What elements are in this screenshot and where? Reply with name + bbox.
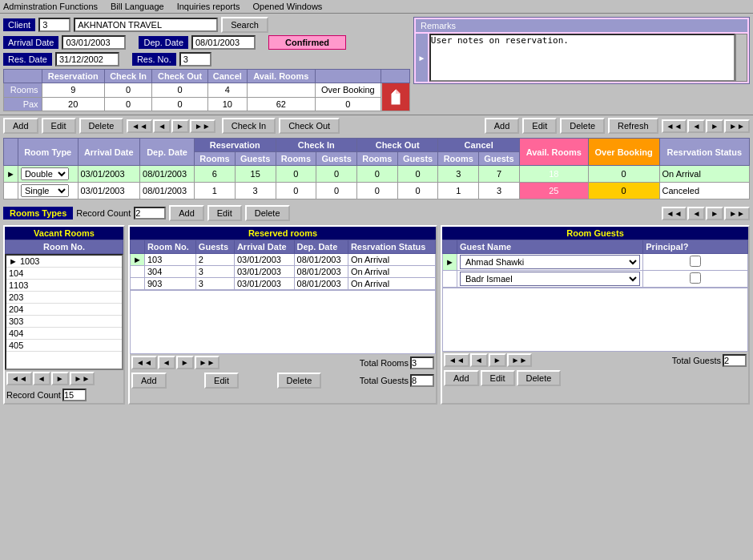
nav-first-res[interactable]: ◄◄ bbox=[131, 356, 157, 369]
edit-guest[interactable]: Edit bbox=[481, 370, 515, 386]
vacant-record-count[interactable] bbox=[62, 389, 87, 401]
vacant-record-row: Record Count bbox=[5, 387, 123, 403]
total-guests-guests-val[interactable] bbox=[723, 354, 747, 367]
nav-prev-rt[interactable]: ◄ bbox=[687, 207, 705, 220]
nav-next-vacant[interactable]: ► bbox=[51, 372, 69, 385]
dep-date-input[interactable] bbox=[191, 35, 256, 50]
nav-last-guests[interactable]: ►► bbox=[507, 353, 533, 367]
delete-reserved[interactable]: Delete bbox=[277, 373, 322, 389]
guest-name-select-1[interactable]: Ahmad Shawki bbox=[460, 255, 640, 269]
room-type-select[interactable]: Double bbox=[21, 167, 69, 180]
nav-last-res[interactable]: ►► bbox=[195, 356, 220, 369]
nav-last-main[interactable]: ►► bbox=[190, 119, 215, 133]
list-item[interactable]: 203 bbox=[6, 292, 122, 304]
checkin-button[interactable]: Check In bbox=[222, 118, 276, 134]
cell-res-guests: 15 bbox=[235, 166, 276, 183]
delete-button-right[interactable]: Delete bbox=[560, 118, 605, 134]
remarks-textarea[interactable]: User notes on reservation. bbox=[429, 34, 735, 82]
left-panel: Client Search Arrival Date Dep. Date Con… bbox=[3, 17, 410, 111]
delete-rooms-types[interactable]: Delete bbox=[245, 205, 290, 221]
print-icon-area[interactable] bbox=[382, 83, 409, 111]
delete-button-main[interactable]: Delete bbox=[79, 118, 124, 134]
list-item[interactable]: 405 bbox=[6, 340, 122, 352]
checkout-button[interactable]: Check Out bbox=[279, 118, 340, 134]
table-row[interactable]: ► 103 2 03/01/2003 08/01/2003 On Arrival bbox=[131, 254, 436, 266]
nav-first-guests[interactable]: ◄◄ bbox=[444, 353, 469, 367]
total-guests-val[interactable] bbox=[410, 374, 434, 387]
principal-check-1[interactable] bbox=[690, 256, 701, 267]
nav-prev-vacant[interactable]: ◄ bbox=[33, 372, 50, 385]
edit-button-main[interactable]: Edit bbox=[42, 118, 76, 134]
refresh-button[interactable]: Refresh bbox=[608, 118, 658, 134]
remarks-scrollbar[interactable] bbox=[735, 34, 747, 82]
reserved-col-dep: Dep. Date bbox=[294, 240, 348, 254]
cell-status: On Arrival bbox=[348, 266, 435, 278]
nav-first-rt[interactable]: ◄◄ bbox=[662, 207, 687, 220]
menu-admin[interactable]: Adminstration Functions bbox=[3, 2, 98, 11]
col-can-guests: Guests bbox=[479, 152, 520, 166]
total-rooms-val[interactable] bbox=[410, 357, 434, 369]
summary-header-res: Reservation bbox=[42, 70, 104, 83]
edit-button-right[interactable]: Edit bbox=[522, 118, 557, 134]
nav-next-main[interactable]: ► bbox=[171, 119, 189, 133]
nav-last-rt[interactable]: ►► bbox=[724, 207, 750, 220]
delete-guest[interactable]: Delete bbox=[517, 370, 562, 386]
nav-first-vacant[interactable]: ◄◄ bbox=[6, 372, 32, 385]
add-guest[interactable]: Add bbox=[444, 370, 479, 386]
nav-next-guests[interactable]: ► bbox=[489, 353, 506, 367]
menu-windows[interactable]: Opened Windows bbox=[253, 2, 323, 11]
col-res-rooms: Rooms bbox=[195, 152, 236, 166]
res-no-input[interactable] bbox=[179, 52, 211, 66]
room-type-select-2[interactable]: Single bbox=[21, 184, 69, 197]
list-item[interactable]: 104 bbox=[6, 268, 122, 280]
edit-rooms-types[interactable]: Edit bbox=[207, 205, 242, 221]
client-id-input[interactable] bbox=[38, 18, 70, 32]
list-item[interactable]: 204 bbox=[6, 304, 122, 316]
table-row[interactable]: ► Double 03/01/2003 08/01/2003 6 15 0 0 … bbox=[4, 166, 750, 183]
cell-can-guests: 7 bbox=[479, 166, 520, 183]
arrival-date-input[interactable] bbox=[62, 35, 126, 50]
nav-prev-guests[interactable]: ◄ bbox=[470, 353, 488, 367]
nav-next-rt[interactable]: ► bbox=[706, 207, 723, 220]
list-item[interactable]: ► 1003 bbox=[6, 256, 122, 268]
table-row[interactable]: 304 3 03/01/2003 08/01/2003 On Arrival bbox=[131, 266, 436, 278]
list-item[interactable]: 404 bbox=[6, 328, 122, 340]
table-row[interactable]: Badr Ismael bbox=[443, 271, 748, 288]
nav-first-right[interactable]: ◄◄ bbox=[662, 119, 687, 133]
list-item[interactable]: 303 bbox=[6, 316, 122, 328]
cell-dep: 08/01/2003 bbox=[294, 254, 348, 266]
remarks-arrow[interactable]: ► bbox=[416, 34, 428, 82]
guest-name-select-2[interactable]: Badr Ismael bbox=[460, 272, 640, 286]
add-button-main[interactable]: Add bbox=[3, 118, 38, 134]
nav-prev-main[interactable]: ◄ bbox=[153, 119, 171, 133]
nav-next-res[interactable]: ► bbox=[176, 356, 194, 369]
row-indicator bbox=[131, 278, 145, 290]
vacant-rooms-list[interactable]: ► 1003 104 1103 203 204 303 404 405 bbox=[5, 254, 123, 370]
table-row[interactable]: ► Ahmad Shawki bbox=[443, 254, 748, 271]
cell-arrival: 03/01/2003 bbox=[78, 183, 140, 199]
nav-last-vacant[interactable]: ►► bbox=[70, 372, 95, 385]
client-name-input[interactable] bbox=[74, 18, 218, 32]
rooms-types-bar: Rooms Types Record Count Add Edit Delete… bbox=[0, 203, 753, 224]
nav-first-main[interactable]: ◄◄ bbox=[127, 119, 152, 133]
menu-inquiries[interactable]: Inquiries reports bbox=[177, 2, 240, 11]
record-count-input[interactable] bbox=[134, 207, 166, 220]
res-date-input[interactable] bbox=[55, 52, 119, 66]
add-reserved[interactable]: Add bbox=[131, 373, 167, 389]
list-item[interactable]: 1103 bbox=[6, 280, 122, 292]
add-button-right[interactable]: Add bbox=[485, 118, 520, 134]
principal-check-2[interactable] bbox=[690, 272, 701, 284]
nav-last-right[interactable]: ►► bbox=[724, 119, 750, 133]
col-can-rooms: Rooms bbox=[438, 152, 479, 166]
table-row[interactable]: 903 3 03/01/2003 08/01/2003 On Arrival bbox=[131, 278, 436, 290]
remarks-panel: Remarks ► User notes on reservation. bbox=[413, 17, 750, 84]
add-rooms-types[interactable]: Add bbox=[169, 205, 204, 221]
menu-bill[interactable]: Bill Language bbox=[111, 2, 164, 11]
nav-prev-res[interactable]: ◄ bbox=[158, 356, 175, 369]
table-row[interactable]: Single 03/01/2003 08/01/2003 1 3 0 0 0 0… bbox=[4, 183, 750, 199]
nav-prev-right[interactable]: ◄ bbox=[687, 119, 705, 133]
search-button[interactable]: Search bbox=[221, 17, 268, 33]
edit-reserved[interactable]: Edit bbox=[204, 373, 239, 389]
cell-ci-guests: 0 bbox=[316, 166, 357, 183]
nav-next-right[interactable]: ► bbox=[706, 119, 723, 133]
